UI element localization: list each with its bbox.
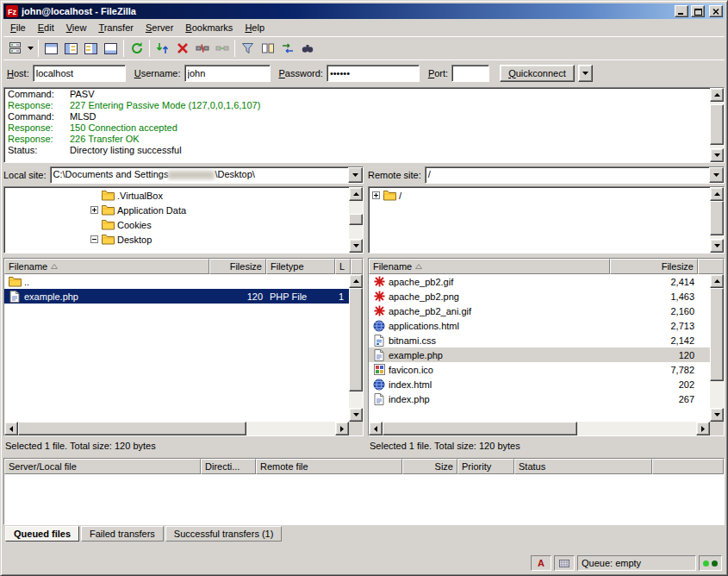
menu-help[interactable]: Help <box>239 20 271 35</box>
expand-icon[interactable] <box>372 191 380 199</box>
column-header-server-local-file[interactable]: Server/Local file <box>4 459 201 474</box>
tree-item[interactable]: / <box>369 188 710 203</box>
local-list-vscroll[interactable] <box>349 274 363 422</box>
remote-site-dropdown-icon[interactable] <box>709 167 724 183</box>
file-row[interactable]: favicon.ico7,782 <box>369 362 710 377</box>
remote-tree-vscroll[interactable] <box>710 187 724 253</box>
scrollbar-track[interactable] <box>710 102 724 148</box>
scroll-down-button[interactable] <box>349 239 363 253</box>
file-row[interactable]: index.php267 <box>369 391 710 406</box>
local-directory-tree[interactable]: .VirtualBoxApplication DataCookiesDeskto… <box>3 186 364 254</box>
disconnect-icon[interactable] <box>192 39 212 58</box>
toggle-remote-tree-icon[interactable] <box>81 39 101 58</box>
close-button[interactable] <box>709 5 723 17</box>
menu-transfer[interactable]: Transfer <box>92 20 140 35</box>
local-site-combo[interactable]: C:\Documents and Settings\Desktop\ <box>50 166 364 184</box>
cancel-icon[interactable] <box>172 39 192 58</box>
scroll-down-button[interactable] <box>349 408 363 422</box>
column-header-l[interactable]: L <box>335 259 351 274</box>
password-input[interactable] <box>327 65 420 82</box>
scroll-down-button[interactable] <box>710 148 724 162</box>
host-input[interactable] <box>33 65 126 82</box>
menu-edit[interactable]: Edit <box>32 20 60 35</box>
column-header-filename[interactable]: Filename <box>369 259 610 274</box>
file-row[interactable]: example.php120 <box>369 347 710 362</box>
column-header-filesize[interactable]: Filesize <box>209 259 266 274</box>
filter-icon[interactable] <box>238 39 258 58</box>
scroll-left-button[interactable] <box>369 422 383 435</box>
menu-view[interactable]: View <box>60 20 93 35</box>
remote-directory-tree[interactable]: / <box>368 186 725 254</box>
quickconnect-dropdown-button[interactable] <box>578 65 593 82</box>
column-header-remote-file[interactable]: Remote file <box>256 459 402 474</box>
column-header-filetype[interactable]: Filetype <box>266 259 335 274</box>
toggle-local-tree-icon[interactable] <box>61 39 81 58</box>
file-row[interactable]: index.html202 <box>369 377 710 391</box>
scrollbar-track[interactable] <box>710 201 724 239</box>
message-log[interactable]: Command:PASVResponse:227 Entering Passiv… <box>3 87 725 163</box>
scroll-left-button[interactable] <box>4 422 18 435</box>
column-header-filesize[interactable]: Filesize <box>610 259 698 274</box>
scroll-down-button[interactable] <box>710 239 724 253</box>
toggle-queue-icon[interactable] <box>101 39 121 58</box>
column-header-filename[interactable]: Filename <box>4 259 209 274</box>
scroll-up-button[interactable] <box>710 187 724 201</box>
column-header-directi[interactable]: Directi... <box>201 459 256 474</box>
process-queue-icon[interactable] <box>152 39 172 58</box>
file-row[interactable]: apache_pb2.png1,463 <box>369 289 710 304</box>
tree-item[interactable]: Cookies <box>4 217 349 232</box>
tab-successful-transfers-1[interactable]: Successful transfers (1) <box>165 526 283 542</box>
file-row[interactable]: apache_pb2.gif2,414 <box>369 274 710 289</box>
scrollbar-thumb[interactable] <box>710 288 724 381</box>
transfer-type-indicator-icon[interactable]: A <box>531 555 551 571</box>
find-files-icon[interactable] <box>297 39 317 58</box>
scrollbar-thumb[interactable] <box>349 214 363 225</box>
scrollbar-thumb[interactable] <box>383 422 577 435</box>
scroll-up-button[interactable] <box>349 187 363 201</box>
scrollbar-track[interactable] <box>349 288 363 408</box>
collapse-icon[interactable] <box>90 235 98 243</box>
titlebar[interactable]: Fz john@localhost - FileZilla <box>3 3 725 19</box>
tree-item[interactable]: Application Data <box>4 203 349 217</box>
scroll-up-button[interactable] <box>710 88 724 102</box>
scrollbar-track[interactable] <box>710 288 724 408</box>
remote-site-combo[interactable]: / <box>425 166 725 184</box>
scrollbar-track[interactable] <box>18 422 335 435</box>
scrollbar-thumb[interactable] <box>349 288 363 391</box>
file-row[interactable]: bitnami.css2,142 <box>369 333 710 347</box>
scrollbar-thumb[interactable] <box>710 201 724 235</box>
file-row[interactable]: .. <box>4 274 349 289</box>
local-list-hscroll[interactable] <box>4 422 349 435</box>
toggle-message-log-icon[interactable] <box>41 39 61 58</box>
file-row[interactable]: apache_pb2_ani.gif2,160 <box>369 304 710 318</box>
scrollbar-thumb[interactable] <box>18 422 246 435</box>
scroll-right-button[interactable] <box>335 422 349 435</box>
site-manager-dropdown-icon[interactable] <box>26 39 35 58</box>
maximize-button[interactable] <box>691 5 705 17</box>
tree-item[interactable]: Desktop <box>4 232 349 247</box>
scroll-up-button[interactable] <box>710 274 724 288</box>
speedlimit-indicator-icon[interactable] <box>554 555 575 571</box>
directory-comparison-icon[interactable] <box>258 39 277 58</box>
scrollbar-track[interactable] <box>349 201 363 239</box>
remote-list-vscroll[interactable] <box>710 274 724 422</box>
column-header-priority[interactable]: Priority <box>457 459 514 474</box>
tab-failed-transfers[interactable]: Failed transfers <box>81 526 164 542</box>
menu-server[interactable]: Server <box>140 20 179 35</box>
message-log-vscroll[interactable] <box>710 88 724 162</box>
column-header-size[interactable]: Size <box>402 459 457 474</box>
scrollbar-track[interactable] <box>383 422 696 435</box>
minimize-button[interactable] <box>675 5 688 17</box>
transfer-queue-body[interactable] <box>4 474 724 524</box>
scroll-right-button[interactable] <box>696 422 710 435</box>
local-site-dropdown-icon[interactable] <box>348 167 363 183</box>
remote-file-list-body[interactable]: apache_pb2.gif2,414apache_pb2.png1,463ap… <box>369 274 710 422</box>
synchronized-browsing-icon[interactable] <box>277 39 297 58</box>
site-manager-icon[interactable] <box>6 39 26 58</box>
local-tree-vscroll[interactable] <box>349 187 363 253</box>
remote-list-hscroll[interactable] <box>369 422 710 435</box>
menu-file[interactable]: File <box>4 20 32 35</box>
tab-queued-files[interactable]: Queued files <box>5 526 79 542</box>
menu-bookmarks[interactable]: Bookmarks <box>179 20 239 35</box>
scroll-down-button[interactable] <box>710 408 724 422</box>
